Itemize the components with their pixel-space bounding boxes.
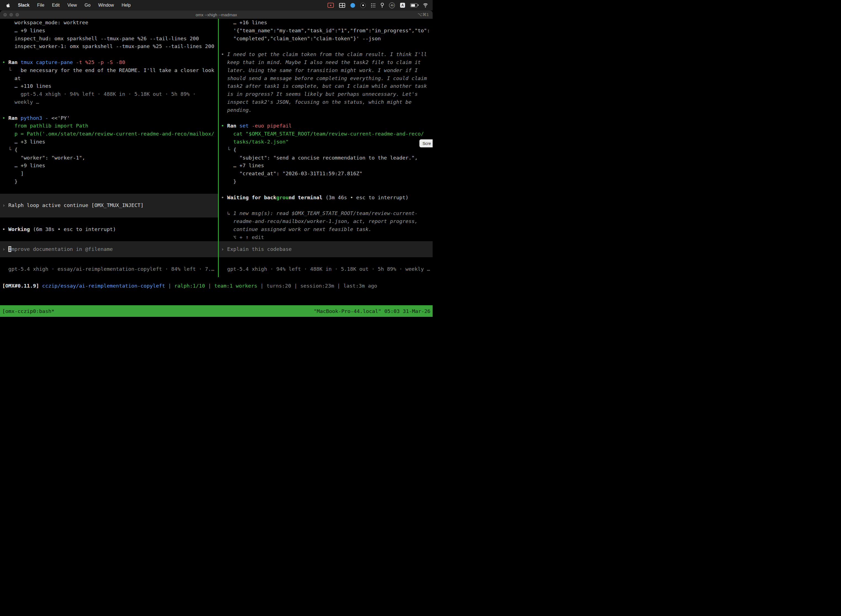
black-circle-app-icon[interactable] (360, 3, 366, 8)
terminal-line: task2 after task1 is complete, but can I… (221, 82, 433, 90)
terminal-window: × − + omx --xhigh --madmax ⌥⌘1 workspace… (0, 10, 433, 317)
terminal-line: • Ran python3 - <<'PY' (2, 114, 218, 122)
terminal-line: pending. (221, 106, 433, 114)
terminal-line: is in progress? It seems likely but perh… (221, 90, 433, 98)
terminal-line: … +16 lines (221, 19, 433, 27)
menu-app-name[interactable]: Slack (18, 3, 29, 8)
terminal-line: ] (2, 170, 218, 178)
omx-status-area: [OMX#0.11.9] cczip/essay/ai-reimplementa… (0, 277, 433, 305)
menu-view[interactable]: View (67, 3, 77, 8)
input-source-letter: A (401, 3, 404, 7)
terminal-line: "subject": "send a concise recommendatio… (221, 154, 433, 162)
terminal-line: '{"team_name":"my-team","task_id":"1","f… (221, 27, 433, 35)
menu-help[interactable]: Help (122, 3, 131, 8)
terminal-line: … +7 lines (221, 162, 433, 170)
terminal-band: › Explain this codebase (219, 241, 433, 257)
terminal-line (2, 50, 218, 59)
terminal-block: … +16 lines '{"team_name":"my-team","tas… (221, 19, 433, 241)
screen-overlay-button[interactable]: Scre (419, 139, 433, 147)
terminal-line: • I need to get the claim token from the… (221, 50, 433, 59)
terminal-line: └ { (2, 146, 218, 154)
terminal-line (221, 43, 433, 50)
wifi-icon[interactable] (423, 3, 428, 7)
terminal-line: inspect_worker-1: omx sparkshell --tmux-… (2, 43, 218, 50)
terminal-line: › Ralph loop active continue [OMX_TMUX_I… (2, 201, 218, 210)
terminal-line: workspace_mode: worktree (2, 19, 218, 27)
terminal-line: continue assigned work or next feasible … (221, 226, 433, 233)
terminal-content: workspace_mode: worktree … +9 lines insp… (0, 19, 433, 277)
terminal-line: keep that in mind. Maybe I also need the… (221, 59, 433, 66)
terminal-line: inspect task2's JSON, focusing on the st… (221, 98, 433, 106)
terminal-line: › Explain this codebase (221, 245, 433, 253)
omx-status-line: [OMX#0.11.9] cczip/essay/ai-reimplementa… (0, 282, 433, 290)
terminal-line: • Ran tmux capture-pane -t %25 -p -S -80 (2, 59, 218, 66)
terminal-line: "created_at": "2026-03-31T11:59:27.816Z" (221, 170, 433, 178)
terminal-line: gpt-5.4 xhigh · essay/ai-reimplementatio… (2, 265, 218, 273)
terminal-line: … +110 lines (2, 82, 218, 90)
terminal-band: › Ralph loop active continue [OMX_TMUX_I… (0, 194, 218, 217)
key-icon[interactable] (381, 3, 384, 8)
terminal-block: gpt-5.4 xhigh · essay/ai-reimplementatio… (2, 257, 218, 273)
terminal-line (2, 194, 218, 202)
terminal-line: from pathlib import Path (2, 122, 218, 130)
tmux-pane-left[interactable]: workspace_mode: worktree … +9 lines insp… (0, 19, 218, 277)
terminal-line: } (2, 178, 218, 186)
window-grid-icon[interactable] (339, 3, 345, 8)
terminal-line: } (221, 178, 433, 186)
menu-go[interactable]: Go (85, 3, 91, 8)
window-shortcut-hint: ⌥⌘1 (418, 12, 429, 17)
terminal-line: gpt-5.4 xhigh · 94% left · 488K in · 5.1… (221, 265, 433, 273)
terminal-line (221, 186, 433, 194)
terminal-line: should send a message before completing … (221, 75, 433, 82)
terminal-line (2, 257, 218, 265)
terminal-line (221, 257, 433, 265)
tmux-host-clock: "MacBook-Pro-44.local" 05:03 31-Mar-26 (314, 308, 431, 314)
menubar-status-icons: .61 A (328, 3, 433, 8)
menubar-menus: Slack FileEditViewGoWindowHelp (0, 3, 131, 8)
terminal-line: … +9 lines (2, 162, 218, 170)
terminal-line: "completed","claim_token":"claim-token"}… (221, 35, 433, 43)
menu-window[interactable]: Window (98, 3, 114, 8)
terminal-line: p = Path('.omx/state/team/review-current… (2, 130, 218, 138)
terminal-line: • Waiting for background terminal (3m 46… (221, 194, 433, 202)
terminal-band: › Improve documentation in @filename (0, 241, 218, 257)
gauge-value: .61 (390, 4, 394, 7)
terminal-line: … +3 lines (2, 138, 218, 146)
gauge-icon[interactable]: .61 (389, 3, 395, 8)
menu-edit[interactable]: Edit (52, 3, 60, 8)
terminal-line: ⌥ + ↑ edit (221, 233, 433, 242)
window-titlebar[interactable]: × − + omx --xhigh --madmax ⌥⌘1 (0, 10, 433, 19)
terminal-line: • Ran set -euo pipefail (221, 122, 433, 130)
terminal-line: "worker": "worker-1", (2, 154, 218, 162)
terminal-block: workspace_mode: worktree … +9 lines insp… (2, 19, 218, 194)
battery-icon[interactable] (410, 3, 418, 7)
terminal-line: weekly … (2, 98, 218, 106)
dots-grid-icon[interactable] (371, 3, 375, 7)
terminal-line: tasks/task-2.json" (221, 138, 433, 146)
terminal-line (2, 186, 218, 194)
apple-menu-icon[interactable] (6, 3, 10, 8)
terminal-line (2, 217, 218, 226)
tmux-pane-right[interactable]: … +16 lines '{"team_name":"my-team","tas… (219, 19, 433, 277)
terminal-line: … +9 lines (2, 27, 218, 35)
terminal-line: at (2, 75, 218, 82)
blue-app-icon[interactable] (350, 3, 355, 8)
terminal-line (2, 210, 218, 217)
terminal-line: › Improve documentation in @filename (2, 245, 218, 253)
terminal-line: • Working (6m 38s • esc to interrupt) (2, 226, 218, 233)
terminal-line (2, 233, 218, 242)
tmux-session-label: [omx-cczip0:bash* (2, 308, 54, 314)
terminal-line: gpt-5.4 xhigh · 94% left · 488K in · 5.1… (2, 90, 218, 98)
menu-file[interactable]: File (37, 3, 44, 8)
terminal-line: ↳ 1 new msg(s): read $OMX_TEAM_STATE_ROO… (221, 210, 433, 217)
terminal-block: • Working (6m 38s • esc to interrupt) (2, 217, 218, 241)
terminal-line: cat "$OMX_TEAM_STATE_ROOT/team/review-cu… (221, 130, 433, 138)
input-source-icon[interactable]: A (400, 3, 405, 8)
terminal-line: later. Using the same for transition mig… (221, 66, 433, 75)
terminal-line: └ { (221, 146, 433, 154)
terminal-line: inspect_hud: omx sparkshell --tmux-pane … (2, 35, 218, 43)
menubar: Slack FileEditViewGoWindowHelp .61 A (0, 0, 433, 10)
screen-recording-icon[interactable] (328, 3, 334, 8)
window-title: omx --xhigh --madmax (0, 12, 433, 17)
terminal-block: gpt-5.4 xhigh · 94% left · 488K in · 5.1… (221, 257, 433, 273)
